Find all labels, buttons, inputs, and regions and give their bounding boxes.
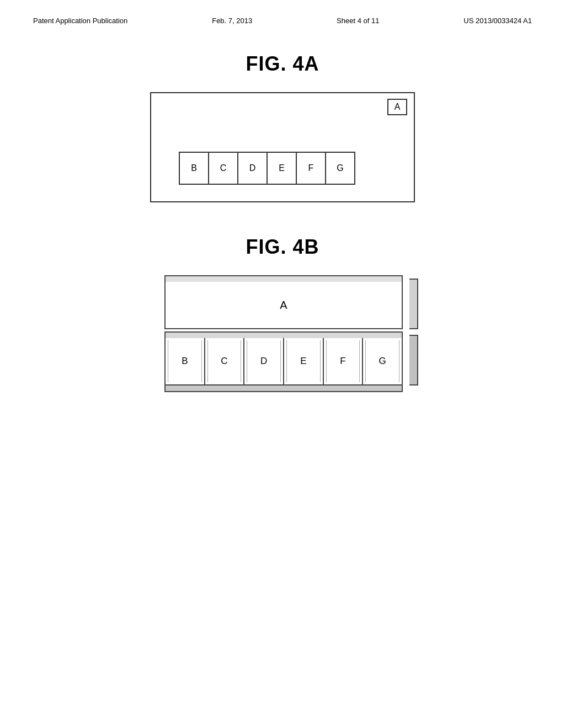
- fig4a-diagram: A B C D E F G: [33, 92, 532, 202]
- page-header: Patent Application Publication Feb. 7, 2…: [33, 11, 532, 36]
- fig4b-bottom-skew: [164, 331, 403, 338]
- fig4a-title: FIG. 4A: [33, 52, 532, 76]
- fig4a-cell-e: E: [266, 152, 297, 185]
- fig4b-diagram: A B C D E F G: [33, 275, 532, 392]
- fig4b-cell-e: E: [284, 338, 324, 384]
- fig4b-bottom-panel: B C D E F G: [164, 331, 409, 392]
- fig4b-bottom-right-edge: [409, 335, 418, 386]
- fig4b-cell-d: D: [244, 338, 284, 384]
- fig4a-cell-g: G: [325, 152, 355, 185]
- fig4b-a-panel: A: [164, 282, 403, 329]
- fig4b-top-skew: [164, 275, 403, 282]
- fig4b-bottom-edge: [164, 386, 403, 392]
- fig4a-cell-c: C: [208, 152, 238, 185]
- fig4a-cell-d: D: [237, 152, 268, 185]
- fig4a-outer-box: A B C D E F G: [150, 92, 415, 202]
- fig4b-cell-g: G: [363, 338, 402, 384]
- fig4b-cell-row: B C D E F G: [164, 338, 403, 386]
- fig4b-3d-box: A B C D E F G: [156, 275, 409, 392]
- fig4a-cell-f: F: [296, 152, 326, 185]
- header-sheet: Sheet 4 of 11: [337, 17, 379, 25]
- fig4b-title: FIG. 4B: [33, 235, 532, 259]
- fig4b-label-a: A: [280, 299, 287, 312]
- header-patent-number: US 2013/0033424 A1: [463, 17, 532, 25]
- fig4a-cell-b: B: [179, 152, 209, 185]
- fig4a-cell-row: B C D E F G: [179, 152, 355, 185]
- fig4b-top-right-edge: [409, 279, 418, 329]
- fig4a-label-a: A: [387, 99, 407, 115]
- fig4b-cell-f: F: [324, 338, 364, 384]
- fig4b-top-panel: A: [164, 275, 409, 329]
- header-publication-label: Patent Application Publication: [33, 17, 127, 25]
- fig4b-cell-c: C: [205, 338, 245, 384]
- fig4b-cell-b: B: [166, 338, 205, 384]
- header-date: Feb. 7, 2013: [212, 17, 252, 25]
